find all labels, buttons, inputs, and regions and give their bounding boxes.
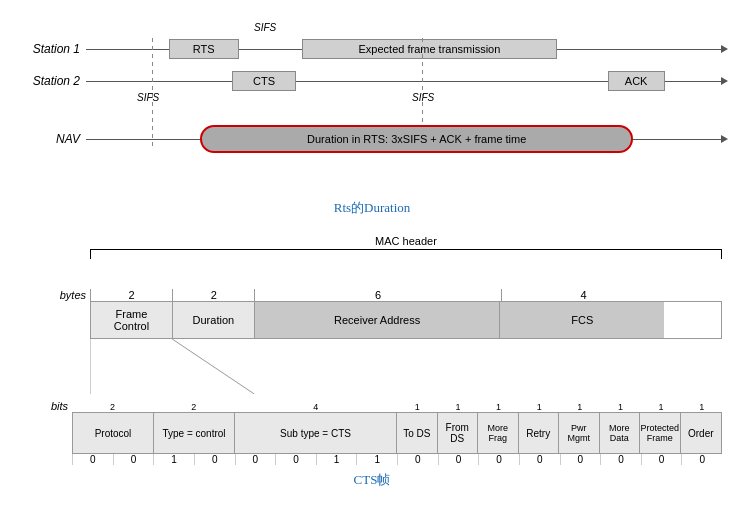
- bits-fields-row: Protocol Type = control Sub type = CTS T…: [72, 412, 722, 454]
- svg-line-1: [172, 339, 254, 394]
- val-6: 1: [316, 454, 357, 465]
- sifs-right-label: SIFS: [412, 92, 434, 103]
- bit-size-4: 1: [438, 402, 479, 412]
- bits-row: bits 2 2 4 1 1 1 1 1 1 1 1: [22, 400, 722, 412]
- station1-row: Station 1 RTS Expected frame transmissio…: [22, 38, 722, 60]
- main-container: SIFS Station 1 RTS Expected frame transm…: [0, 0, 744, 499]
- bit-field-moredata: MoreData: [600, 413, 641, 453]
- byte-size-0: 2: [90, 289, 172, 301]
- top-diagram-caption: Rts的Duration: [20, 199, 724, 217]
- val-9: 0: [438, 454, 479, 465]
- bit-size-5: 1: [478, 402, 519, 412]
- field-duration: Duration: [173, 302, 255, 338]
- byte-size-1: 2: [172, 289, 254, 301]
- rts-cts-diagram: SIFS Station 1 RTS Expected frame transm…: [22, 20, 722, 195]
- fields-row: FrameControl Duration Receiver Address F…: [90, 301, 722, 339]
- val-14: 0: [641, 454, 682, 465]
- val-11: 0: [519, 454, 560, 465]
- station1-timeline: RTS Expected frame transmission: [86, 38, 722, 60]
- bit-field-retry: Retry: [519, 413, 560, 453]
- bit-field-morefrag: MoreFrag: [478, 413, 519, 453]
- val-7: 1: [356, 454, 397, 465]
- sifs-top-label: SIFS: [254, 22, 276, 33]
- field-receiver-address: Receiver Address: [255, 302, 501, 338]
- bottom-diagram-caption: CTS帧: [20, 471, 724, 489]
- val-5: 0: [275, 454, 316, 465]
- bit-size-1: 2: [153, 402, 234, 412]
- nav-oval: Duration in RTS: 3xSIFS + ACK + frame ti…: [200, 125, 632, 153]
- nav-row: NAV Duration in RTS: 3xSIFS + ACK + fram…: [22, 128, 722, 150]
- byte-size-3: 4: [501, 289, 665, 301]
- bit-field-subtype: Sub type = CTS: [235, 413, 397, 453]
- values-row: 0 0 1 0 0 0 1 1 0 0 0 0 0: [72, 454, 722, 465]
- bit-field-order: Order: [681, 413, 722, 453]
- bits-section: bits 2 2 4 1 1 1 1 1 1 1 1 Prot: [22, 400, 722, 465]
- bits-label: bits: [22, 400, 72, 412]
- station1-label: Station 1: [22, 42, 80, 56]
- station2-timeline: CTS ACK: [86, 70, 722, 92]
- val-15: 0: [681, 454, 722, 465]
- mac-header-label: MAC header: [90, 235, 722, 247]
- val-1: 0: [113, 454, 154, 465]
- mac-frame-diagram: MAC header bytes 2 2 6 4 FrameControl Du…: [22, 235, 722, 465]
- val-10: 0: [478, 454, 519, 465]
- field-fcs: FCS: [500, 302, 664, 338]
- cts-frame: CTS: [232, 71, 296, 91]
- bit-field-type: Type = control: [154, 413, 235, 453]
- bytes-row: bytes 2 2 6 4: [22, 289, 722, 301]
- val-4: 0: [235, 454, 276, 465]
- mac-header-section: MAC header: [22, 235, 722, 261]
- bytes-label: bytes: [22, 289, 90, 301]
- expected-frame: Expected frame transmission: [302, 39, 556, 59]
- bit-size-3: 1: [397, 402, 438, 412]
- val-2: 1: [153, 454, 194, 465]
- bit-size-0: 2: [72, 402, 153, 412]
- bit-size-8: 1: [600, 402, 641, 412]
- byte-size-2: 6: [254, 289, 500, 301]
- bit-size-10: 1: [681, 402, 722, 412]
- diagonal-svg: [90, 339, 722, 394]
- bits-numbers: 2 2 4 1 1 1 1 1 1 1 1: [72, 402, 722, 412]
- station2-label: Station 2: [22, 74, 80, 88]
- bit-size-2: 4: [235, 402, 398, 412]
- field-frame-control: FrameControl: [91, 302, 173, 338]
- rts-frame: RTS: [169, 39, 239, 59]
- nav-timeline: Duration in RTS: 3xSIFS + ACK + frame ti…: [86, 128, 722, 150]
- bit-field-protected: ProtectedFrame: [640, 413, 681, 453]
- bit-field-protocol: Protocol: [73, 413, 154, 453]
- ack-frame: ACK: [608, 71, 665, 91]
- val-8: 0: [397, 454, 438, 465]
- bit-field-fromds: From DS: [438, 413, 479, 453]
- bit-field-pwrmgmt: PwrMgmt: [559, 413, 600, 453]
- val-12: 0: [560, 454, 601, 465]
- station2-row: Station 2 CTS ACK: [22, 70, 722, 92]
- val-0: 0: [72, 454, 113, 465]
- val-3: 0: [194, 454, 235, 465]
- bit-field-tods: To DS: [397, 413, 438, 453]
- bit-size-7: 1: [560, 402, 601, 412]
- bytes-numbers: 2 2 6 4: [90, 289, 722, 301]
- bit-size-6: 1: [519, 402, 560, 412]
- val-13: 0: [600, 454, 641, 465]
- bit-size-9: 1: [641, 402, 682, 412]
- mac-header-brace: [90, 249, 722, 259]
- nav-label: NAV: [22, 132, 80, 146]
- sifs-left-label: SIFS: [137, 92, 159, 103]
